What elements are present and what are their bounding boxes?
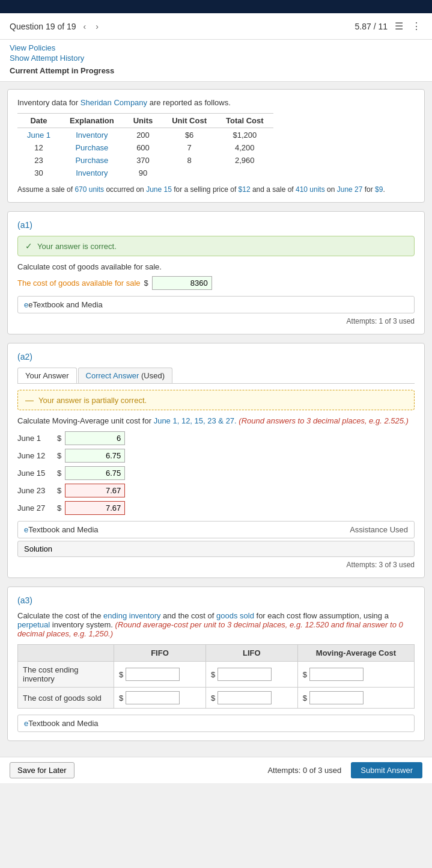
a3-col-lifo: LIFO	[205, 645, 297, 662]
minus-icon: ―	[25, 395, 34, 405]
a3-label: (a3)	[17, 596, 415, 605]
a3-lifo-ending-input[interactable]	[218, 668, 272, 681]
list-icon[interactable]: ☰	[394, 19, 404, 33]
a3-ending-label: The cost endinginventory	[18, 662, 114, 688]
row3-date: 23	[17, 154, 60, 167]
a2-label: (a2)	[17, 352, 415, 362]
row4-explanation: Inventory	[60, 167, 124, 179]
row1-date: June 1	[17, 128, 60, 142]
a2-card: (a2) Your Answer Correct Answer (Used) ―…	[7, 343, 425, 578]
row1-explanation: Inventory	[60, 128, 124, 142]
col-unit-cost: Unit Cost	[162, 114, 216, 128]
a1-attempts: Attempts: 1 of 3 used	[17, 317, 415, 325]
row2-date: 12	[17, 141, 60, 154]
company-name: Sheridan Company	[81, 98, 147, 107]
a2-june1-row: June 1 $	[17, 431, 415, 445]
a1-etextbook-label: eeTextbook and Media	[24, 300, 103, 309]
a2-partial-banner: ― Your answer is partially correct.	[17, 390, 415, 410]
a2-tabs: Your Answer Correct Answer (Used)	[17, 368, 415, 384]
row1-total-cost: $1,200	[216, 128, 273, 142]
a3-row-goods-sold: The cost of goods sold $ $	[18, 688, 415, 709]
a3-lifo-ending-cell: $	[205, 662, 297, 688]
a3-etextbook-row: eTextbook and Media	[17, 715, 415, 732]
a3-mac-ending-input[interactable]	[309, 668, 364, 681]
prev-question-button[interactable]: ‹	[81, 20, 89, 32]
a3-goods-sold-label: The cost of goods sold	[18, 688, 114, 709]
a3-etextbook-label: eTextbook and Media	[24, 719, 99, 728]
a3-col-empty	[18, 645, 114, 662]
top-bar	[0, 0, 432, 13]
submit-answer-button[interactable]: Submit Answer	[351, 762, 422, 778]
a1-field-label: The cost of goods available for sale	[17, 279, 141, 288]
a3-fifo-ending-input[interactable]	[126, 668, 180, 681]
a3-table: FIFO LIFO Moving-Average Cost The cost e…	[17, 644, 415, 709]
a3-card: (a3) Calculate the cost of the ending in…	[7, 586, 425, 741]
footer-attempts: Attempts: 0 of 3 used	[267, 766, 341, 775]
june27-input[interactable]	[65, 501, 125, 515]
a3-description: Calculate the cost of the ending invento…	[17, 611, 415, 638]
content: Inventory data for Sheridan Company are …	[0, 82, 432, 757]
a1-card: (a1) ✓ Your answer is correct. Calculate…	[7, 211, 425, 334]
a2-june23-row: June 23 $	[17, 484, 415, 497]
a1-dollar-sign: $	[144, 279, 148, 288]
june1-input[interactable]	[65, 431, 125, 445]
inventory-table: Date Explanation Units Unit Cost Total C…	[17, 113, 273, 179]
tab-your-answer[interactable]: Your Answer	[17, 368, 77, 383]
a2-june27-row: June 27 $	[17, 501, 415, 515]
a2-etextbook-row: eTextbook and Media Assistance Used	[17, 521, 415, 538]
row4-total-cost	[216, 167, 273, 179]
a1-etextbook-row: eeTextbook and Media	[17, 296, 415, 313]
table-row: 23 Purchase 370 8 2,960	[17, 154, 273, 167]
row2-unit-cost: 7	[162, 141, 216, 154]
footer-bar: Save for Later Attempts: 0 of 3 used Sub…	[0, 757, 432, 783]
june23-input[interactable]	[65, 484, 125, 497]
more-options-icon[interactable]: ⋮	[410, 19, 422, 33]
row3-explanation: Purchase	[60, 154, 124, 167]
inventory-footnote: Assume a sale of 670 units occurred on J…	[17, 185, 415, 194]
col-units: Units	[124, 114, 163, 128]
a3-col-fifo: FIFO	[114, 645, 206, 662]
row4-units: 90	[124, 167, 163, 179]
row1-units: 200	[124, 128, 163, 142]
a1-cost-input[interactable]	[152, 276, 212, 290]
col-explanation: Explanation	[60, 114, 124, 128]
show-attempt-history-link[interactable]: Show Attempt History	[10, 54, 422, 63]
table-row: 12 Purchase 600 7 4,200	[17, 141, 273, 154]
a3-col-mac: Moving-Average Cost	[297, 645, 414, 662]
june23-label: June 23	[17, 486, 53, 495]
row3-unit-cost: 8	[162, 154, 216, 167]
a2-partial-message: Your answer is partially correct.	[38, 396, 147, 405]
june12-label: June 12	[17, 451, 53, 460]
a2-attempts: Attempts: 3 of 3 used	[17, 561, 415, 569]
tab-correct-answer[interactable]: Correct Answer (Used)	[78, 368, 173, 383]
check-icon: ✓	[25, 241, 32, 251]
a3-lifo-sold-cell: $	[205, 688, 297, 709]
score-display: 5.87 / 11	[355, 22, 388, 31]
june15-label: June 15	[17, 469, 53, 478]
row3-units: 370	[124, 154, 163, 167]
a3-fifo-ending-cell: $	[114, 662, 206, 688]
sub-header: View Policies Show Attempt History Curre…	[0, 40, 432, 82]
a3-fifo-sold-input[interactable]	[126, 691, 180, 704]
a3-mac-sold-cell: $	[297, 688, 414, 709]
row1-unit-cost: $6	[162, 128, 216, 142]
header-right: 5.87 / 11 ☰ ⋮	[355, 19, 423, 33]
current-attempt-label: Current Attempt in Progress	[10, 66, 422, 75]
tab-used-suffix: (Used)	[141, 371, 165, 380]
a3-lifo-sold-input[interactable]	[218, 691, 272, 704]
a1-input-row: The cost of goods available for sale $	[17, 276, 415, 290]
a3-mac-sold-input[interactable]	[309, 691, 364, 704]
save-later-button[interactable]: Save for Later	[10, 762, 75, 778]
june15-input[interactable]	[65, 466, 125, 480]
next-question-button[interactable]: ›	[93, 20, 101, 32]
row2-total-cost: 4,200	[216, 141, 273, 154]
june12-input[interactable]	[65, 449, 125, 463]
header: Question 19 of 19 ‹ › 5.87 / 11 ☰ ⋮	[0, 13, 432, 40]
a1-label: (a1)	[17, 220, 415, 230]
a1-success-message: Your answer is correct.	[37, 242, 117, 251]
col-total-cost: Total Cost	[216, 114, 273, 128]
view-policies-link[interactable]: View Policies	[10, 43, 422, 52]
a2-solution-button[interactable]: Solution	[17, 541, 415, 557]
a3-mac-ending-cell: $	[297, 662, 414, 688]
a3-fifo-sold-cell: $	[114, 688, 206, 709]
